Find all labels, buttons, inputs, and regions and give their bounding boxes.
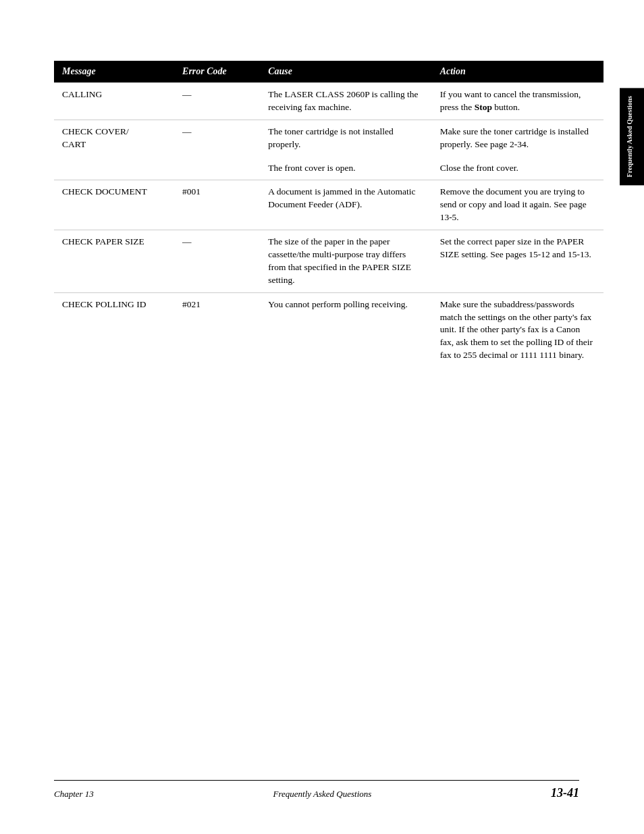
- action-cell: If you want to cancel the transmission, …: [432, 83, 603, 120]
- error-code-cell: —: [174, 83, 260, 120]
- action-cell: Close the front cover.: [432, 157, 603, 180]
- table-row: CALLING — The LASER CLASS 2060P is calli…: [54, 83, 603, 120]
- side-tab: Frequently Asked Questions: [620, 88, 644, 185]
- action-cell: Make sure the toner cartridge is install…: [432, 120, 603, 156]
- message-cell: CHECK PAPER SIZE: [54, 230, 174, 293]
- table-header-row: Message Error Code Cause Action: [54, 61, 603, 83]
- header-message: Message: [54, 61, 174, 83]
- action-cell: Remove the document you are trying to se…: [432, 180, 603, 230]
- cause-cell: The front cover is open.: [260, 157, 431, 180]
- table-row: CHECK POLLING ID #021 You cannot perform…: [54, 292, 603, 367]
- footer-center-text: Frequently Asked Questions: [273, 789, 372, 800]
- footer: Chapter 13 Frequently Asked Questions 13…: [54, 780, 579, 800]
- cause-cell: You cannot perform polling receiving.: [260, 292, 431, 367]
- error-code-cell: #021: [174, 292, 260, 367]
- main-table: Message Error Code Cause Action CALLING …: [54, 61, 603, 367]
- cause-cell: The LASER CLASS 2060P is calling the rec…: [260, 83, 431, 120]
- header-error-code: Error Code: [174, 61, 260, 83]
- footer-chapter: Chapter 13: [54, 789, 94, 800]
- side-tab-text: Frequently Asked Questions: [626, 96, 633, 177]
- error-code-cell: —: [174, 120, 260, 156]
- error-code-cell: #001: [174, 180, 260, 230]
- table-row: The front cover is open. Close the front…: [54, 157, 603, 180]
- table-row: CHECK COVER/CART — The toner cartridge i…: [54, 120, 603, 156]
- message-cell: CHECK POLLING ID: [54, 292, 174, 367]
- message-cell: [54, 157, 174, 180]
- page-container: Frequently Asked Questions Message Error…: [0, 0, 644, 834]
- table-row: CHECK DOCUMENT #001 A document is jammed…: [54, 180, 603, 230]
- error-code-cell: —: [174, 230, 260, 293]
- footer-page: 13-41: [551, 786, 579, 800]
- action-cell: Set the correct paper size in the PAPER …: [432, 230, 603, 293]
- action-cell: Make sure the subaddress/passwords match…: [432, 292, 603, 367]
- header-cause: Cause: [260, 61, 431, 83]
- cause-cell: A document is jammed in the Automatic Do…: [260, 180, 431, 230]
- message-cell: CALLING: [54, 83, 174, 120]
- cause-cell: The toner cartridge is not installed pro…: [260, 120, 431, 156]
- message-cell: CHECK DOCUMENT: [54, 180, 174, 230]
- table-row: CHECK PAPER SIZE — The size of the paper…: [54, 230, 603, 293]
- message-cell: CHECK COVER/CART: [54, 120, 174, 156]
- error-code-cell: [174, 157, 260, 180]
- header-action: Action: [432, 61, 603, 83]
- cause-cell: The size of the paper in the paper casse…: [260, 230, 431, 293]
